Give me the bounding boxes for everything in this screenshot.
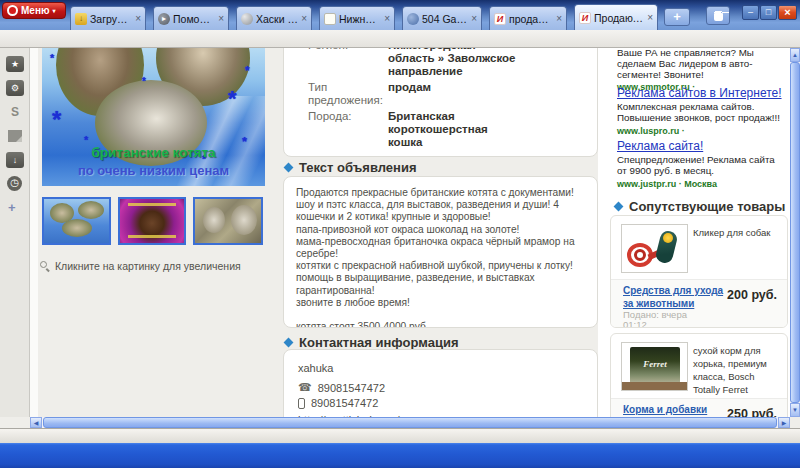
- tab-nizhny[interactable]: Нижний Н... ×: [319, 6, 395, 30]
- close-button[interactable]: ×: [778, 5, 797, 20]
- widgets-panel-icon[interactable]: ⚙: [6, 80, 24, 96]
- bookmarks-panel-icon[interactable]: ★: [6, 56, 24, 72]
- banner-star-icon: *: [52, 106, 61, 134]
- ad-site[interactable]: www.justpr.ru · Москва: [617, 179, 787, 189]
- opera-panel-sidebar: ★ ⚙ S ↓ ◷ +: [0, 48, 30, 417]
- section-bullet-icon: [284, 163, 294, 173]
- notes-panel-icon[interactable]: [8, 130, 22, 142]
- tab-label: Помощь б...: [173, 13, 215, 25]
- photo-thumbnail-1[interactable]: [42, 197, 111, 245]
- tab-prodam[interactable]: И продам п... ×: [489, 6, 567, 30]
- tab-prodayut-active[interactable]: И Продают... ×: [574, 4, 658, 30]
- product-name: сухой корм для хорька, премиум класса, B…: [693, 344, 783, 396]
- tab-close-icon[interactable]: ×: [471, 13, 477, 24]
- ad-text: Продаются прекрасные британские котята с…: [296, 187, 589, 328]
- detail-label: Тип предложения:: [308, 81, 388, 107]
- downloads-tab-icon: ↓: [75, 13, 87, 25]
- zoom-hint-text: Кликните на картинку для увеличения: [55, 260, 241, 272]
- vertical-scrollbar-thumb[interactable]: [790, 62, 800, 403]
- banner-star-icon: *: [228, 86, 237, 112]
- detail-value: Британская короткошерстная кошка: [388, 110, 524, 149]
- photo-thumbnail-3[interactable]: [193, 197, 263, 245]
- contact-section-header: Контактная информация: [285, 335, 458, 350]
- tab-label: Хаски - в...: [256, 13, 298, 25]
- ad-details-card: Регион: Нижегородская область » Заволжск…: [283, 48, 598, 157]
- product-price: 250 руб.: [727, 407, 777, 417]
- new-tab-button[interactable]: +: [664, 8, 690, 26]
- thumb-detail: [231, 205, 257, 235]
- menu-caret-icon: ▾: [52, 7, 55, 14]
- contact-card: xahuka ☎ 89081547472 89081547472 http://…: [283, 349, 598, 417]
- browser-window: Меню ▾ ↓ Загрузки × ▸ Помощь б... × Хаск…: [0, 0, 800, 468]
- irr-tab-icon: И: [494, 13, 506, 25]
- detail-row-type: Тип предложения: продам: [308, 81, 589, 107]
- scroll-left-button[interactable]: ◀: [30, 417, 42, 428]
- address-bar: ← → ↻ ⌂ Веб nizhniynovgorod.irr.ru/adver…: [0, 30, 800, 48]
- page-edge: [30, 48, 38, 417]
- banner-star-icon: *: [50, 52, 54, 64]
- ad-site[interactable]: www.luspro.ru ·: [617, 126, 787, 136]
- tab-help[interactable]: ▸ Помощь б... ×: [153, 6, 229, 30]
- closed-tabs-trash-button[interactable]: [706, 6, 730, 25]
- thumb-detail: [78, 201, 104, 219]
- tab-downloads[interactable]: ↓ Загрузки ×: [70, 6, 146, 30]
- globe-tab-icon: [407, 13, 419, 25]
- scroll-down-button[interactable]: ▼: [790, 403, 800, 417]
- related-products-header: Сопутствующие товары: [615, 199, 785, 214]
- ad-title-link[interactable]: Реклама сайта!: [617, 139, 787, 153]
- tab-close-icon[interactable]: ×: [301, 13, 307, 24]
- tab-label: Нижний Н...: [339, 13, 381, 25]
- detail-label: Порода:: [308, 110, 388, 149]
- husky-tab-icon: [241, 13, 253, 25]
- text-ad-2[interactable]: Реклама сайтов в Интернете! Комплексная …: [617, 86, 787, 136]
- tab-close-icon[interactable]: ×: [384, 13, 390, 24]
- contact-phone: 89081547472: [318, 382, 385, 394]
- tab-label: продам п...: [509, 13, 553, 25]
- photo-thumbnail-2[interactable]: [118, 197, 186, 245]
- clicker-button: [663, 233, 673, 243]
- opera-logo-icon: [7, 5, 18, 16]
- scroll-right-button[interactable]: ▶: [778, 417, 790, 428]
- ferret-food-product-image[interactable]: Ferret: [621, 342, 688, 391]
- clicker-product-image[interactable]: [621, 224, 688, 273]
- banner-star-icon: *: [245, 64, 250, 78]
- page-tab-icon: [324, 13, 336, 25]
- links-panel-icon[interactable]: S: [6, 104, 24, 120]
- tab-label: 504 Gate...: [422, 13, 468, 25]
- section-bullet-icon: [614, 202, 624, 212]
- page-viewport: * * * * * * * * британские котята по оче…: [30, 48, 790, 417]
- history-panel-icon[interactable]: ◷: [7, 176, 22, 191]
- add-panel-icon[interactable]: +: [8, 200, 16, 215]
- restore-button[interactable]: □: [760, 5, 777, 20]
- thumb-detail: [62, 219, 92, 237]
- scroll-up-button[interactable]: ▲: [790, 48, 800, 62]
- minimize-button[interactable]: –: [742, 5, 759, 20]
- windows-taskbar: пуск O Продаются прекрас... Program File…: [0, 443, 800, 468]
- text-ad-3[interactable]: Реклама сайта! Спецпредложение! Реклама …: [617, 139, 787, 189]
- tab-close-icon[interactable]: ×: [135, 13, 141, 24]
- section-title: Текст объявления: [299, 160, 417, 175]
- tab-close-icon[interactable]: ×: [218, 13, 224, 24]
- help-tab-icon: ▸: [158, 13, 170, 25]
- contact-mobile: 89081547472: [311, 397, 378, 409]
- downloads-panel-icon[interactable]: ↓: [6, 152, 24, 168]
- tab-close-icon[interactable]: ×: [556, 13, 562, 24]
- product-category-link[interactable]: Средства для ухода за животными: [623, 285, 733, 310]
- magnifier-icon: [40, 261, 50, 271]
- tab-504-gateway[interactable]: 504 Gate... ×: [402, 6, 482, 30]
- thumb-detail: [203, 207, 225, 233]
- tab-close-icon[interactable]: ×: [647, 12, 653, 23]
- ad-body: Ваше РА не справляется? Мы сделаем Вас л…: [617, 48, 787, 80]
- ad-text-section-header: Текст объявления: [285, 160, 417, 175]
- kitten-banner-image[interactable]: * * * * * * * * британские котята по оче…: [42, 48, 265, 186]
- horizontal-scrollbar-thumb[interactable]: [43, 417, 777, 428]
- opera-menu-button[interactable]: Меню ▾: [2, 2, 66, 19]
- tab-husky[interactable]: Хаски - в... ×: [236, 6, 312, 30]
- zoom-hint: Кликните на картинку для увеличения: [40, 260, 241, 272]
- product-category-link[interactable]: Корма и добавки: [623, 404, 733, 417]
- detail-label: Регион:: [308, 48, 388, 78]
- product-price: 200 руб.: [727, 288, 777, 302]
- ad-title-link[interactable]: Реклама сайтов в Интернете!: [617, 86, 787, 100]
- contact-phone-row: ☎ 89081547472: [298, 381, 585, 394]
- package-brand-text: Ferret: [630, 359, 680, 369]
